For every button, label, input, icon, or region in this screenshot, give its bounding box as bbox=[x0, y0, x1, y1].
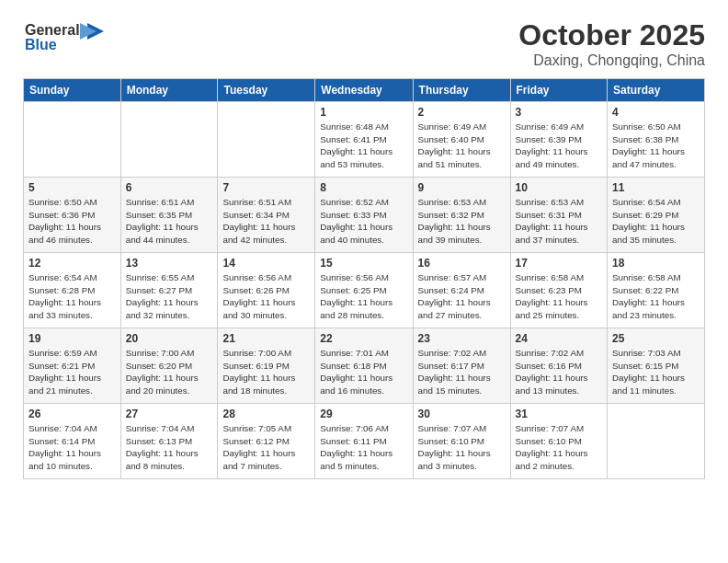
day-number: 7 bbox=[222, 181, 310, 194]
table-row: 15Sunrise: 6:56 AM Sunset: 6:25 PM Dayli… bbox=[315, 253, 413, 328]
day-info: Sunrise: 6:50 AM Sunset: 6:36 PM Dayligh… bbox=[28, 196, 116, 247]
day-number: 1 bbox=[320, 106, 407, 119]
table-row: 18Sunrise: 6:58 AM Sunset: 6:22 PM Dayli… bbox=[608, 253, 705, 328]
calendar-week-row: 19Sunrise: 6:59 AM Sunset: 6:21 PM Dayli… bbox=[24, 328, 705, 404]
svg-text:Blue: Blue bbox=[25, 37, 57, 52]
title-block: October 2025 Daxing, Chongqing, China bbox=[518, 18, 705, 69]
header-sunday: Sunday bbox=[24, 79, 121, 102]
table-row: 8Sunrise: 6:52 AM Sunset: 6:33 PM Daylig… bbox=[315, 178, 413, 253]
day-info: Sunrise: 6:55 AM Sunset: 6:27 PM Dayligh… bbox=[126, 271, 213, 322]
table-row: 6Sunrise: 6:51 AM Sunset: 6:35 PM Daylig… bbox=[120, 178, 218, 253]
day-info: Sunrise: 6:58 AM Sunset: 6:22 PM Dayligh… bbox=[612, 271, 700, 322]
day-number: 14 bbox=[222, 257, 310, 270]
day-info: Sunrise: 6:56 AM Sunset: 6:26 PM Dayligh… bbox=[222, 271, 310, 322]
day-number: 12 bbox=[28, 257, 116, 270]
day-number: 25 bbox=[612, 332, 700, 345]
table-row bbox=[120, 102, 218, 178]
table-row: 4Sunrise: 6:50 AM Sunset: 6:38 PM Daylig… bbox=[608, 102, 705, 178]
day-number: 29 bbox=[320, 408, 407, 420]
table-row: 12Sunrise: 6:54 AM Sunset: 6:28 PM Dayli… bbox=[24, 253, 121, 328]
day-number: 20 bbox=[126, 332, 213, 345]
day-number: 8 bbox=[320, 181, 407, 194]
header-monday: Monday bbox=[120, 79, 218, 102]
logo: General Blue bbox=[23, 18, 106, 55]
table-row: 5Sunrise: 6:50 AM Sunset: 6:36 PM Daylig… bbox=[24, 178, 121, 253]
day-info: Sunrise: 7:07 AM Sunset: 6:10 PM Dayligh… bbox=[516, 422, 603, 473]
table-row: 11Sunrise: 6:54 AM Sunset: 6:29 PM Dayli… bbox=[608, 178, 705, 253]
day-info: Sunrise: 7:01 AM Sunset: 6:18 PM Dayligh… bbox=[320, 347, 407, 397]
day-info: Sunrise: 7:02 AM Sunset: 6:17 PM Dayligh… bbox=[418, 347, 506, 397]
day-number: 4 bbox=[612, 106, 700, 119]
header-friday: Friday bbox=[510, 79, 608, 102]
calendar-week-row: 5Sunrise: 6:50 AM Sunset: 6:36 PM Daylig… bbox=[24, 178, 705, 253]
table-row: 29Sunrise: 7:06 AM Sunset: 6:11 PM Dayli… bbox=[315, 404, 413, 479]
table-row: 10Sunrise: 6:53 AM Sunset: 6:31 PM Dayli… bbox=[510, 178, 608, 253]
day-number: 3 bbox=[516, 106, 603, 119]
table-row: 28Sunrise: 7:05 AM Sunset: 6:12 PM Dayli… bbox=[218, 404, 315, 479]
table-row: 7Sunrise: 6:51 AM Sunset: 6:34 PM Daylig… bbox=[218, 178, 315, 253]
table-row: 14Sunrise: 6:56 AM Sunset: 6:26 PM Dayli… bbox=[218, 253, 315, 328]
day-info: Sunrise: 6:54 AM Sunset: 6:28 PM Dayligh… bbox=[28, 271, 116, 322]
day-info: Sunrise: 6:49 AM Sunset: 6:39 PM Dayligh… bbox=[516, 121, 603, 171]
table-row: 17Sunrise: 6:58 AM Sunset: 6:23 PM Dayli… bbox=[510, 253, 608, 328]
calendar-week-row: 12Sunrise: 6:54 AM Sunset: 6:28 PM Dayli… bbox=[24, 253, 705, 328]
day-info: Sunrise: 7:06 AM Sunset: 6:11 PM Dayligh… bbox=[320, 422, 407, 473]
day-info: Sunrise: 6:52 AM Sunset: 6:33 PM Dayligh… bbox=[320, 196, 407, 247]
day-info: Sunrise: 7:05 AM Sunset: 6:12 PM Dayligh… bbox=[222, 422, 310, 473]
day-number: 30 bbox=[418, 408, 506, 420]
day-number: 17 bbox=[516, 257, 603, 270]
month-title: October 2025 bbox=[518, 18, 705, 52]
day-number: 24 bbox=[516, 332, 603, 345]
day-info: Sunrise: 6:49 AM Sunset: 6:40 PM Dayligh… bbox=[418, 121, 506, 171]
day-info: Sunrise: 6:50 AM Sunset: 6:38 PM Dayligh… bbox=[612, 121, 700, 171]
table-row: 23Sunrise: 7:02 AM Sunset: 6:17 PM Dayli… bbox=[413, 328, 510, 404]
day-info: Sunrise: 7:02 AM Sunset: 6:16 PM Dayligh… bbox=[516, 347, 603, 397]
day-info: Sunrise: 6:59 AM Sunset: 6:21 PM Dayligh… bbox=[28, 347, 116, 397]
day-number: 11 bbox=[612, 181, 700, 194]
day-info: Sunrise: 7:00 AM Sunset: 6:19 PM Dayligh… bbox=[222, 347, 310, 397]
day-number: 28 bbox=[222, 408, 310, 420]
day-info: Sunrise: 6:54 AM Sunset: 6:29 PM Dayligh… bbox=[612, 196, 700, 247]
day-info: Sunrise: 7:04 AM Sunset: 6:13 PM Dayligh… bbox=[126, 422, 213, 473]
table-row: 21Sunrise: 7:00 AM Sunset: 6:19 PM Dayli… bbox=[218, 328, 315, 404]
table-row: 9Sunrise: 6:53 AM Sunset: 6:32 PM Daylig… bbox=[413, 178, 510, 253]
day-info: Sunrise: 6:53 AM Sunset: 6:32 PM Dayligh… bbox=[418, 196, 506, 247]
day-number: 27 bbox=[126, 408, 213, 420]
table-row: 22Sunrise: 7:01 AM Sunset: 6:18 PM Dayli… bbox=[315, 328, 413, 404]
table-row: 25Sunrise: 7:03 AM Sunset: 6:15 PM Dayli… bbox=[608, 328, 705, 404]
day-number: 2 bbox=[418, 106, 506, 119]
day-number: 15 bbox=[320, 257, 407, 270]
logo-svg: General Blue bbox=[23, 18, 106, 55]
day-info: Sunrise: 7:00 AM Sunset: 6:20 PM Dayligh… bbox=[126, 347, 213, 397]
calendar-week-row: 26Sunrise: 7:04 AM Sunset: 6:14 PM Dayli… bbox=[24, 404, 705, 479]
day-number: 26 bbox=[28, 408, 116, 420]
table-row: 31Sunrise: 7:07 AM Sunset: 6:10 PM Dayli… bbox=[510, 404, 608, 479]
table-row bbox=[24, 102, 121, 178]
table-row: 24Sunrise: 7:02 AM Sunset: 6:16 PM Dayli… bbox=[510, 328, 608, 404]
day-number: 21 bbox=[222, 332, 310, 345]
table-row: 1Sunrise: 6:48 AM Sunset: 6:41 PM Daylig… bbox=[315, 102, 413, 178]
table-row: 16Sunrise: 6:57 AM Sunset: 6:24 PM Dayli… bbox=[413, 253, 510, 328]
day-number: 5 bbox=[28, 181, 116, 194]
weekday-header-row: Sunday Monday Tuesday Wednesday Thursday… bbox=[24, 79, 705, 102]
day-info: Sunrise: 6:48 AM Sunset: 6:41 PM Dayligh… bbox=[320, 121, 407, 171]
calendar-table: Sunday Monday Tuesday Wednesday Thursday… bbox=[23, 78, 705, 479]
table-row: 19Sunrise: 6:59 AM Sunset: 6:21 PM Dayli… bbox=[24, 328, 121, 404]
day-number: 16 bbox=[418, 257, 506, 270]
day-number: 19 bbox=[28, 332, 116, 345]
location-subtitle: Daxing, Chongqing, China bbox=[518, 52, 705, 69]
table-row bbox=[608, 404, 705, 479]
table-row: 13Sunrise: 6:55 AM Sunset: 6:27 PM Dayli… bbox=[120, 253, 218, 328]
header-thursday: Thursday bbox=[413, 79, 510, 102]
day-info: Sunrise: 6:58 AM Sunset: 6:23 PM Dayligh… bbox=[516, 271, 603, 322]
day-info: Sunrise: 7:03 AM Sunset: 6:15 PM Dayligh… bbox=[612, 347, 700, 397]
day-info: Sunrise: 6:57 AM Sunset: 6:24 PM Dayligh… bbox=[418, 271, 506, 322]
table-row: 27Sunrise: 7:04 AM Sunset: 6:13 PM Dayli… bbox=[120, 404, 218, 479]
day-number: 23 bbox=[418, 332, 506, 345]
calendar-week-row: 1Sunrise: 6:48 AM Sunset: 6:41 PM Daylig… bbox=[24, 102, 705, 178]
header-tuesday: Tuesday bbox=[218, 79, 315, 102]
day-number: 31 bbox=[516, 408, 603, 420]
table-row bbox=[218, 102, 315, 178]
table-row: 2Sunrise: 6:49 AM Sunset: 6:40 PM Daylig… bbox=[413, 102, 510, 178]
day-info: Sunrise: 6:53 AM Sunset: 6:31 PM Dayligh… bbox=[516, 196, 603, 247]
